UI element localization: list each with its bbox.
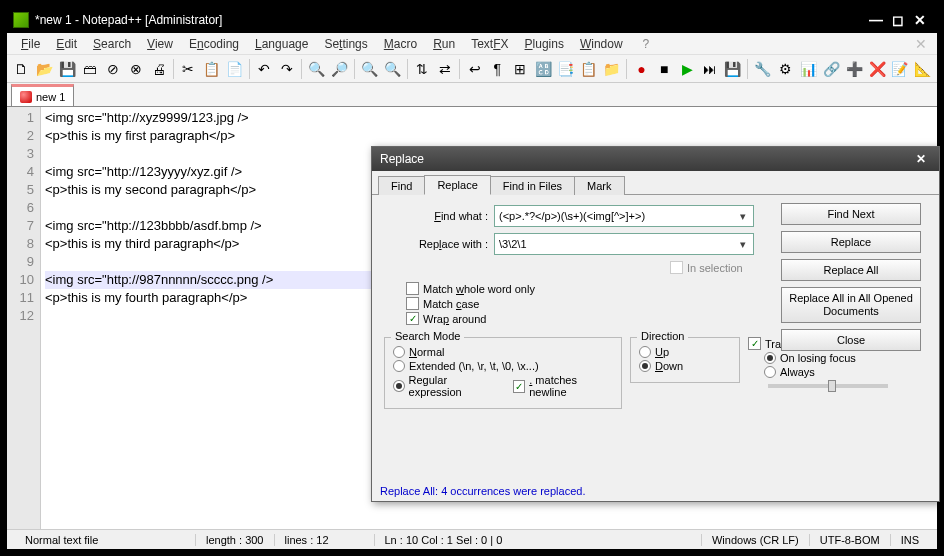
mode-normal-label: Normal [409, 346, 444, 358]
dropdown-arrow-icon[interactable]: ▾ [735, 208, 751, 224]
file-tab-active[interactable]: new 1 [11, 84, 74, 106]
dialog-close-button[interactable]: ✕ [911, 150, 931, 168]
redo-icon[interactable]: ↷ [276, 58, 297, 80]
minimize-button[interactable]: — [865, 11, 887, 29]
tab-mark[interactable]: Mark [574, 176, 624, 195]
tb-extra6-icon[interactable]: ❌ [867, 58, 888, 80]
close-button[interactable]: Close [781, 329, 921, 351]
print-icon[interactable]: 🖨 [148, 58, 169, 80]
menu-language[interactable]: Language [247, 35, 316, 53]
trans-always-radio[interactable] [764, 366, 776, 378]
direction-down-radio[interactable] [639, 360, 651, 372]
menu-run[interactable]: Run [425, 35, 463, 53]
whole-word-checkbox[interactable] [406, 282, 419, 295]
mode-regex-radio[interactable] [393, 380, 405, 392]
menu-window[interactable]: Window [572, 35, 631, 53]
tb-extra7-icon[interactable]: 📝 [889, 58, 910, 80]
sync-v-icon[interactable]: ⇅ [411, 58, 432, 80]
doc-map-icon[interactable]: 📑 [556, 58, 577, 80]
zoom-out-icon[interactable]: 🔍 [382, 58, 403, 80]
dialog-title: Replace [380, 152, 911, 166]
find-what-input[interactable]: (<p>.*?</p>)(\s+)(<img[^>]+>) ▾ [494, 205, 754, 227]
mode-regex-label: Regular expression [409, 374, 499, 398]
status-doctype: Normal text file [15, 534, 195, 546]
tb-extra3-icon[interactable]: 📊 [798, 58, 819, 80]
close-file-icon[interactable]: ⊘ [102, 58, 123, 80]
slider-thumb[interactable] [828, 380, 836, 392]
menu-search[interactable]: Search [85, 35, 139, 53]
maximize-button[interactable]: ◻ [887, 11, 909, 29]
search-mode-group: Search Mode Normal Extended (\n, \r, \t,… [384, 337, 622, 409]
tb-extra1-icon[interactable]: 🔧 [752, 58, 773, 80]
find-next-button[interactable]: Find Next [781, 203, 921, 225]
menu-encoding[interactable]: Encoding [181, 35, 247, 53]
dialog-buttons: Find Next Replace Replace All Replace Al… [781, 203, 927, 357]
tab-replace[interactable]: Replace [424, 175, 490, 195]
menu-plugins[interactable]: Plugins [517, 35, 572, 53]
menu-macro[interactable]: Macro [376, 35, 425, 53]
undo-icon[interactable]: ↶ [253, 58, 274, 80]
match-case-label: Match case [423, 298, 479, 310]
dropdown-arrow-icon[interactable]: ▾ [735, 236, 751, 252]
transparency-slider[interactable] [768, 384, 888, 388]
play-multi-icon[interactable]: ⏭ [700, 58, 721, 80]
new-file-icon[interactable]: 🗋 [11, 58, 32, 80]
func-list-icon[interactable]: 📋 [578, 58, 599, 80]
save-all-icon[interactable]: 🗃 [80, 58, 101, 80]
cut-icon[interactable]: ✂ [178, 58, 199, 80]
mode-normal-radio[interactable] [393, 346, 405, 358]
unsaved-indicator-icon [20, 91, 32, 103]
user-lang-icon[interactable]: 🔠 [533, 58, 554, 80]
statusbar: Normal text file length : 300 lines : 12… [7, 529, 937, 549]
save-macro-icon[interactable]: 💾 [722, 58, 743, 80]
paste-icon[interactable]: 📄 [224, 58, 245, 80]
whole-word-label: Match whole word only [423, 283, 535, 295]
menu-edit[interactable]: Edit [48, 35, 85, 53]
close-all-icon[interactable]: ⊗ [125, 58, 146, 80]
transparency-checkbox[interactable] [748, 337, 761, 350]
tb-extra2-icon[interactable]: ⚙ [775, 58, 796, 80]
all-chars-icon[interactable]: ¶ [487, 58, 508, 80]
status-lines: lines : 12 [274, 534, 374, 546]
play-macro-icon[interactable]: ▶ [677, 58, 698, 80]
copy-icon[interactable]: 📋 [201, 58, 222, 80]
menu-file[interactable]: File [13, 35, 48, 53]
wrap-around-checkbox[interactable] [406, 312, 419, 325]
replace-button[interactable]: Replace [781, 231, 921, 253]
tab-find[interactable]: Find [378, 176, 425, 195]
record-macro-icon[interactable]: ● [631, 58, 652, 80]
tb-extra8-icon[interactable]: 📐 [912, 58, 933, 80]
line-gutter: 123456789101112 [7, 107, 41, 529]
save-icon[interactable]: 💾 [57, 58, 78, 80]
tab-find-in-files[interactable]: Find in Files [490, 176, 575, 195]
direction-legend: Direction [637, 330, 688, 342]
replace-all-button[interactable]: Replace All [781, 259, 921, 281]
menu-help[interactable]: ? [635, 35, 658, 53]
dot-matches-newline-checkbox[interactable] [513, 380, 525, 393]
menu-view[interactable]: View [139, 35, 181, 53]
tb-extra5-icon[interactable]: ➕ [844, 58, 865, 80]
menubar-close-icon[interactable]: ✕ [915, 36, 931, 52]
dialog-status: Replace All: 4 occurrences were replaced… [380, 485, 585, 497]
replace-icon[interactable]: 🔎 [329, 58, 350, 80]
indent-guide-icon[interactable]: ⊞ [510, 58, 531, 80]
find-icon[interactable]: 🔍 [306, 58, 327, 80]
in-selection-checkbox [670, 261, 683, 274]
open-file-icon[interactable]: 📂 [34, 58, 55, 80]
stop-macro-icon[interactable]: ■ [654, 58, 675, 80]
tb-extra4-icon[interactable]: 🔗 [821, 58, 842, 80]
match-case-checkbox[interactable] [406, 297, 419, 310]
wordwrap-icon[interactable]: ↩ [464, 58, 485, 80]
direction-up-radio[interactable] [639, 346, 651, 358]
folder-view-icon[interactable]: 📁 [601, 58, 622, 80]
replace-all-opened-button[interactable]: Replace All in All Opened Documents [781, 287, 921, 323]
mode-extended-radio[interactable] [393, 360, 405, 372]
replace-with-input[interactable]: \3\2\1 ▾ [494, 233, 754, 255]
trans-on-focus-radio[interactable] [764, 352, 776, 364]
sync-h-icon[interactable]: ⇄ [434, 58, 455, 80]
close-button[interactable]: ✕ [909, 11, 931, 29]
menu-textfx[interactable]: TextFX [463, 35, 516, 53]
menu-settings[interactable]: Settings [316, 35, 375, 53]
zoom-in-icon[interactable]: 🔍 [359, 58, 380, 80]
direction-group: Direction Up Down [630, 337, 740, 383]
